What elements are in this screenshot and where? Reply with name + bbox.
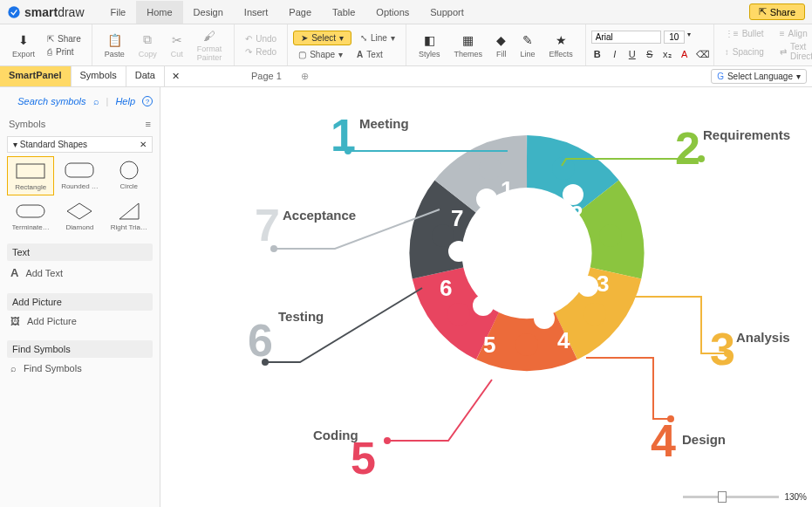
redo-icon: ↷ [245,47,252,57]
callout-num-6: 6 [248,314,273,367]
callout-lbl-3: Analysis [736,330,790,345]
add-picture-button[interactable]: 🖼Add Picture [7,311,153,332]
chevron-down-icon[interactable]: ▾ [687,31,691,44]
underline-button[interactable]: U [626,49,638,60]
download-icon: ⬇ [18,32,29,48]
paste-button[interactable]: 📋Paste [98,28,132,62]
help-icon[interactable]: ? [142,96,153,106]
star-icon: ★ [556,32,567,48]
find-symbols-button[interactable]: ⌕Find Symbols [7,358,153,379]
redo-button[interactable]: ↷Redo [240,46,282,58]
menu-file[interactable]: File [100,1,137,24]
tab-symbols[interactable]: Symbols [72,66,126,86]
chevron-down-icon: ▾ [13,140,20,149]
menu-options[interactable]: Options [365,1,420,24]
shape-tool[interactable]: ▢Shape▾ [293,49,348,60]
menu-support[interactable]: Support [420,1,474,24]
cursor-icon: ➤ [301,33,308,43]
styles-button[interactable]: ◧Styles [412,28,447,62]
italic-button[interactable]: I [609,49,621,60]
effects-button[interactable]: ★Effects [542,28,579,62]
cut-icon: ✂ [172,32,182,48]
font-family-select[interactable] [591,31,661,44]
clear-format-button[interactable]: ⌫ [696,49,708,60]
fill-icon: ◆ [496,32,506,48]
language-selector[interactable]: G Select Language ▾ [711,69,807,84]
text-tool[interactable]: AText [351,49,388,60]
drawing-canvas[interactable]: 1 2 3 4 5 6 7 1 2 3 [160,87,812,507]
ribbon-share[interactable]: ⇱Share [42,33,86,45]
fill-button[interactable]: ◆Fill [489,28,514,62]
shape-rounded[interactable]: Rounded … [56,156,103,195]
ribbon-print[interactable]: ⎙Print [42,46,86,58]
menu-insert[interactable]: Insert [234,1,279,24]
tab-smartpanel[interactable]: SmartPanel [0,66,72,86]
picture-section-head: Add Picture [7,293,153,311]
callout-num-3: 3 [710,323,735,375]
add-page-button[interactable]: ⊕ [294,67,316,86]
logo-bold: smart [24,5,58,19]
menu-icon[interactable]: ≡ [146,119,151,129]
menu-home[interactable]: Home [136,1,182,24]
chevron-down-icon: ▾ [339,33,344,43]
picture-icon: 🖼 [10,316,20,326]
callout-lbl-2: Requirements [703,127,790,142]
menu-page[interactable]: Page [278,1,322,24]
add-text-button[interactable]: AAdd Text [7,261,153,284]
search-icon[interactable]: ⌕ [93,96,99,106]
zoom-slider[interactable] [683,496,779,498]
close-panel-button[interactable]: ✕ [165,67,187,86]
bullet-button[interactable]: ⋮≡Bullet [720,28,769,39]
export-button[interactable]: ⬇Export [5,28,42,62]
close-icon[interactable]: ✕ [140,140,147,149]
svg-rect-2 [65,163,93,177]
shape-diamond[interactable]: Diamond [56,197,103,235]
app-logo[interactable]: smartdraw [7,5,85,19]
ribbon: ⬇Export ⇱Share ⎙Print 📋Paste ⧉Copy ✂Cut … [0,24,812,66]
format-painter-button[interactable]: 🖌Format Painter [190,28,229,62]
menu-design[interactable]: Design [183,1,234,24]
cut-button[interactable]: ✂Cut [164,28,190,62]
share-button[interactable]: ⇱ Share [749,3,805,20]
bold-button[interactable]: B [591,49,604,60]
brush-icon: 🖌 [203,29,215,43]
undo-button[interactable]: ↶Undo [240,33,282,45]
line-tool[interactable]: ⤡Line▾ [355,31,400,45]
help-link[interactable]: Help [115,96,135,106]
print-icon: ⎙ [47,47,52,57]
page-tab-1[interactable]: Page 1 [239,67,294,86]
themes-button[interactable]: ▦Themes [447,28,489,62]
subscript-button[interactable]: x₂ [661,49,673,60]
share-label: Share [770,7,795,17]
shape-rectangle[interactable]: Rectangle [7,156,54,195]
copy-button[interactable]: ⧉Copy [132,28,164,62]
menu-table[interactable]: Table [322,1,365,24]
search-icon: ⌕ [10,363,17,373]
chevron-down-icon: ▾ [796,72,801,81]
shape-triangle[interactable]: Right Tria… [106,197,153,235]
align-button[interactable]: ≡Align [774,28,812,39]
left-sidebar: Search symbols ⌕ | Help ? Symbols ≡ ▾ St… [0,87,160,507]
callout-lbl-4: Design [682,432,726,447]
find-section-head: Find Symbols [7,340,153,358]
shape-category[interactable]: ▾ Standard Shapes ✕ [7,136,153,153]
tab-data[interactable]: Data [126,66,165,86]
font-size-input[interactable] [664,31,685,44]
search-symbols-link[interactable]: Search symbols [17,96,85,106]
svg-point-24 [384,437,391,444]
font-color-button[interactable]: A [679,49,691,60]
logo-icon [7,5,21,19]
share-icon: ⇱ [759,6,767,17]
shape-circle[interactable]: Circle [106,156,153,195]
direction-button[interactable]: ⇄Text Direction [774,41,812,62]
styles-icon: ◧ [424,32,435,48]
bullet-icon: ⋮≡ [725,29,739,38]
shape-terminate[interactable]: Terminate… [7,197,54,235]
spacing-icon: ↕ [725,47,729,57]
strike-button[interactable]: S [644,49,656,60]
select-tool[interactable]: ➤Select▾ [293,31,351,45]
themes-icon: ▦ [462,32,474,48]
spacing-button[interactable]: ↕Spacing [720,41,769,62]
line-style-button[interactable]: ✎Line [513,28,542,62]
svg-point-3 [120,161,138,179]
